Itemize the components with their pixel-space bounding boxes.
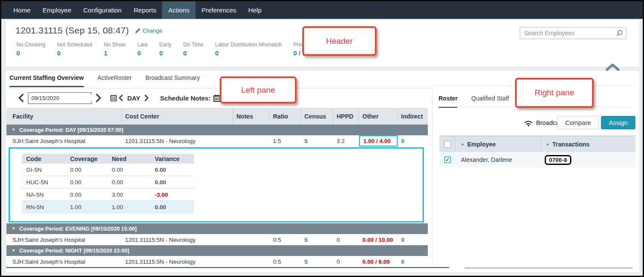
stat-value[interactable]: 0 xyxy=(57,49,92,57)
sort-ascending-icon: ▲ xyxy=(461,142,464,146)
previous-day-chevron-icon[interactable] xyxy=(16,94,25,102)
census-cell[interactable]: 5 xyxy=(301,138,333,144)
collapse-header-chevron-up-icon[interactable] xyxy=(606,63,619,71)
employee-name-cell: Alexander, Darlene xyxy=(456,156,540,163)
indirect-cell[interactable]: 0 xyxy=(398,237,428,243)
annotation-header-callout: Header xyxy=(302,26,377,56)
column-header-hppd[interactable]: HPPD xyxy=(333,108,359,125)
census-cell[interactable]: 5 xyxy=(301,259,333,265)
facility-cell: SJH:Saint Joseph's Hospital xyxy=(6,237,122,243)
compare-button[interactable]: Compare xyxy=(557,116,599,129)
stat-value[interactable]: 0 xyxy=(183,49,203,57)
column-header-indirect[interactable]: Indirect xyxy=(398,108,428,125)
nav-item-configuration[interactable]: Configuration xyxy=(77,1,128,19)
left-pane-tabs: Current Staffing Overview ActiveRoster B… xyxy=(9,74,200,87)
column-header-census[interactable]: Census xyxy=(301,108,333,125)
nav-item-preferences[interactable]: Preferences xyxy=(196,1,242,19)
search-icon[interactable] xyxy=(613,27,626,39)
table-row-selected[interactable]: RN-5N 1.00 1.00 0.00 xyxy=(22,201,194,213)
table-row[interactable]: ✓ Alexander, Darlene 0700-8 xyxy=(439,152,635,167)
date-field xyxy=(28,92,92,104)
right-pane-tabs: Roster Qualified Staff xyxy=(439,95,509,108)
coverage-period-evening-header[interactable]: ▼ Coverage Period: EVENING [09/15/2020 1… xyxy=(6,223,428,234)
table-row[interactable]: SJH:Saint Joseph's Hospital 1201.31115:5… xyxy=(6,135,428,146)
other-cell[interactable]: 0.00 / 10.00 xyxy=(359,237,398,243)
coverage-period-day-header[interactable]: ▼ Coverage Period: DAY [09/15/2020 07:00… xyxy=(6,125,428,135)
ratio-cell: 0:5 xyxy=(270,259,301,265)
column-header-transactions[interactable]: ▲ Transactions xyxy=(540,136,635,152)
table-row[interactable]: SJH:Saint Joseph's Hospital 1201.31115:5… xyxy=(6,234,428,245)
tab-current-staffing-overview[interactable]: Current Staffing Overview xyxy=(9,74,84,87)
stat-value[interactable]: 0 xyxy=(16,49,45,57)
horizontal-scrollbar[interactable] xyxy=(464,267,633,269)
collapse-triangle-icon: ▼ xyxy=(12,226,15,231)
column-header-employee[interactable]: ▲ Employee xyxy=(456,136,540,152)
table-row[interactable]: HUC-5N 0.00 0.00 0.00 xyxy=(22,176,194,189)
stat-value[interactable]: 0 xyxy=(215,49,282,57)
transaction-badge[interactable]: 0700-8 xyxy=(545,155,571,165)
employee-search xyxy=(520,27,626,39)
table-row[interactable]: SJH:Saint Joseph's Hospital 1201.31115:5… xyxy=(6,256,428,267)
nav-item-actions[interactable]: Actions xyxy=(162,1,195,19)
sort-ascending-icon: ▲ xyxy=(546,142,549,146)
column-header-code: Code xyxy=(22,155,66,162)
coverage-period-night-header[interactable]: ▼ Coverage Period: NIGHT [09/15/2020 23:… xyxy=(6,245,428,256)
app-window: Home Employee Configuration Reports Acti… xyxy=(0,0,644,277)
coverage-detail-highlight-box: Code Coverage Need Variance GI-5N 0.00 0… xyxy=(9,147,424,222)
nav-item-help[interactable]: Help xyxy=(242,1,268,19)
other-cell-highlighted[interactable]: 1.00 / 4.00 xyxy=(359,135,398,146)
hppd-cell: 3.2 xyxy=(333,138,359,144)
tab-broadcast-summary[interactable]: Broadcast Summary xyxy=(145,74,200,87)
stat-value[interactable]: 1 xyxy=(104,49,126,57)
pane-divider xyxy=(432,85,432,268)
coverage-detail-table: Code Coverage Need Variance GI-5N 0.00 0… xyxy=(22,154,194,213)
select-all-checkbox[interactable] xyxy=(444,141,451,148)
schedule-notes-label: Schedule Notes: xyxy=(160,94,211,102)
staffing-table: Facility Cost Center Notes Ratio Census … xyxy=(6,108,428,268)
indirect-cell[interactable]: 0 xyxy=(398,138,428,144)
stat-late: Late 0 xyxy=(137,42,147,57)
nav-item-reports[interactable]: Reports xyxy=(128,1,163,19)
column-header-cost-center[interactable]: Cost Center xyxy=(122,108,233,125)
previous-period-chevron-icon[interactable] xyxy=(117,94,125,101)
ratio-cell: 0:5 xyxy=(270,237,301,243)
census-cell[interactable]: 5 xyxy=(301,237,333,243)
tab-roster[interactable]: Roster xyxy=(439,95,457,108)
facility-cell: SJH:Saint Joseph's Hospital xyxy=(6,259,122,265)
indirect-cell[interactable]: 0 xyxy=(398,259,428,265)
staffing-table-header: Facility Cost Center Notes Ratio Census … xyxy=(6,108,428,125)
search-input[interactable] xyxy=(520,30,613,37)
facility-cell: SJH:Saint Joseph's Hospital xyxy=(6,138,122,144)
nav-item-employee[interactable]: Employee xyxy=(37,1,77,19)
row-checkbox-checked[interactable]: ✓ xyxy=(444,156,451,163)
column-header-facility[interactable]: Facility xyxy=(6,108,122,125)
top-nav: Home Employee Configuration Reports Acti… xyxy=(1,1,643,19)
column-header-notes[interactable]: Notes xyxy=(233,108,270,125)
tab-activeroster[interactable]: ActiveRoster xyxy=(98,74,132,87)
next-period-chevron-icon[interactable] xyxy=(143,94,150,101)
cost-center-cell: 1201.31115:5N - Neurology xyxy=(122,259,233,265)
change-link[interactable]: Change xyxy=(135,27,163,34)
hppd-cell: 0 xyxy=(333,259,359,265)
stat-value[interactable]: 0 xyxy=(159,49,171,57)
tabs-divider xyxy=(6,88,432,88)
table-row[interactable]: GI-5N 0.00 0.00 0.00 xyxy=(22,164,194,176)
stat-value[interactable]: 0 xyxy=(137,49,147,57)
coverage-detail-header: Code Coverage Need Variance xyxy=(22,154,194,164)
column-header-ratio[interactable]: Ratio xyxy=(270,108,301,125)
next-day-chevron-icon[interactable] xyxy=(94,94,103,102)
calendar-icon[interactable] xyxy=(110,93,117,103)
stat-on-time: On Time 0 xyxy=(183,42,203,57)
stat-no-clocking: No Clocking 0 xyxy=(16,42,45,57)
stat-not-scheduled: Not Scheduled 0 xyxy=(57,42,92,57)
collapse-triangle-icon: ▼ xyxy=(12,128,15,132)
column-header-other[interactable]: Other xyxy=(359,108,398,125)
stat-labor-distribution-mismatch: Labor Distribution Mismatch 0 xyxy=(215,42,282,57)
other-cell[interactable]: 0.00 / 6.00 xyxy=(359,259,398,265)
nav-item-home[interactable]: Home xyxy=(7,1,37,19)
column-header-variance: Variance xyxy=(150,155,194,162)
annotation-left-pane-callout: Left pane xyxy=(220,76,297,103)
table-row[interactable]: NA-5N 0.00 3.00 -3.00 xyxy=(22,189,194,201)
assign-button[interactable]: Assign xyxy=(601,116,635,129)
tab-qualified-staff[interactable]: Qualified Staff xyxy=(471,95,509,108)
